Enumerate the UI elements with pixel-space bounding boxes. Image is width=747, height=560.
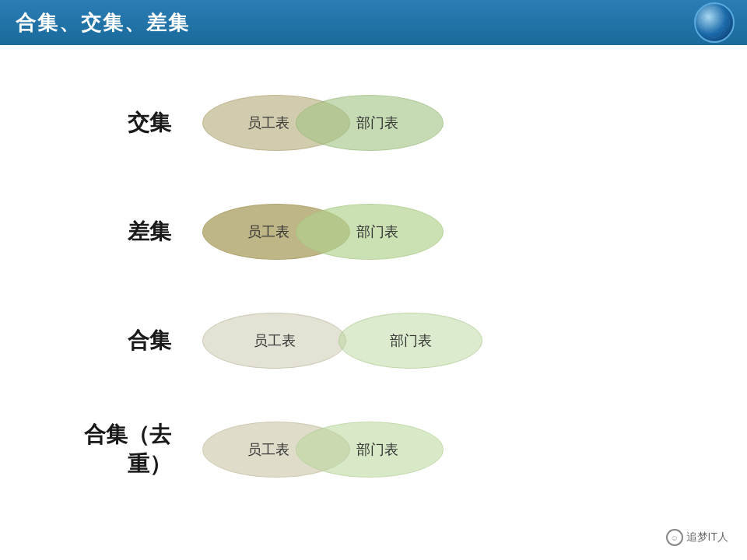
watermark-text: 追梦IT人 xyxy=(686,530,728,544)
ellipse-right-chaji: 部门表 xyxy=(296,204,444,260)
label-heji: 合集 xyxy=(47,326,202,355)
main-content: 交集 员工表 部门表 差集 员工表 部门表 合集 员工表 部门表 合集（去重） … xyxy=(0,45,747,520)
venn-heji: 员工表 部门表 xyxy=(202,306,475,376)
venn-jiaoji: 员工表 部门表 xyxy=(202,88,475,158)
globe-icon xyxy=(694,2,735,43)
row-chaji: 差集 员工表 部门表 xyxy=(47,177,700,286)
page-title: 合集、交集、差集 xyxy=(16,9,190,37)
label-jiaoji: 交集 xyxy=(47,108,202,138)
label-chaji: 差集 xyxy=(47,217,202,247)
row-jiaoji: 交集 员工表 部门表 xyxy=(47,68,700,177)
ellipse-right-heji-distinct: 部门表 xyxy=(296,422,444,478)
watermark-icon: ☺ xyxy=(666,529,683,546)
ellipse-left-heji: 员工表 xyxy=(202,313,346,369)
ellipse-right-jiaoji: 部门表 xyxy=(296,95,444,151)
header: 合集、交集、差集 xyxy=(0,0,747,45)
venn-heji-distinct: 员工表 部门表 xyxy=(202,415,475,485)
ellipse-right-heji: 部门表 xyxy=(338,313,482,369)
row-heji-distinct: 合集（去重） 员工表 部门表 xyxy=(47,395,700,504)
label-heji-distinct: 合集（去重） xyxy=(47,420,202,479)
row-heji: 合集 员工表 部门表 xyxy=(47,286,700,395)
venn-chaji: 员工表 部门表 xyxy=(202,197,475,267)
watermark: ☺ 追梦IT人 xyxy=(666,529,728,546)
